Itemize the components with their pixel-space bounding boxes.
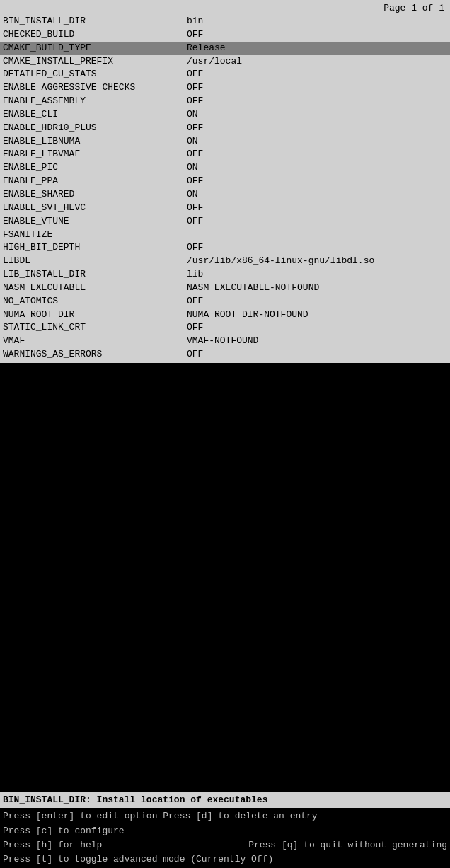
cmake-value: OFF xyxy=(187,215,447,228)
cmake-key: ENABLE_PPA xyxy=(3,175,187,188)
cmake-key: ENABLE_AGGRESSIVE_CHECKS xyxy=(3,81,187,95)
cmake-value: OFF xyxy=(187,122,447,135)
table-row[interactable]: BIN_INSTALL_DIRbin xyxy=(0,15,450,28)
cmake-value: ON xyxy=(187,161,447,175)
table-row[interactable]: ENABLE_HDR10_PLUSOFF xyxy=(0,122,450,135)
table-row[interactable]: NASM_EXECUTABLENASM_EXECUTABLE-NOTFOUND xyxy=(0,282,450,295)
table-row[interactable]: LIBDL/usr/lib/x86_64-linux-gnu/libdl.so xyxy=(0,255,450,268)
table-row[interactable]: CMAKE_INSTALL_PREFIX/usr/local xyxy=(0,55,450,69)
table-row[interactable]: ENABLE_PPAOFF xyxy=(0,175,450,188)
cmake-value: /usr/lib/x86_64-linux-gnu/libdl.so xyxy=(187,255,447,268)
cmake-key: ENABLE_PIC xyxy=(3,161,187,175)
cmake-key: NO_ATOMICS xyxy=(3,295,187,308)
help-text-3-left: Press [h] for help xyxy=(3,838,102,852)
cmake-key: DETAILED_CU_STATS xyxy=(3,68,187,81)
cmake-key: ENABLE_LIBVMAF xyxy=(3,148,187,161)
table-row[interactable]: FSANITIZE xyxy=(0,228,450,242)
table-row[interactable]: ENABLE_VTUNEOFF xyxy=(0,215,450,228)
table-row[interactable]: ENABLE_CLION xyxy=(0,108,450,122)
cmake-value: Release xyxy=(187,42,447,55)
table-row[interactable]: DETAILED_CU_STATSOFF xyxy=(0,68,450,81)
table-row[interactable]: WARNINGS_AS_ERRORSOFF xyxy=(0,348,450,361)
cmake-value: OFF xyxy=(187,28,447,42)
status-description: BIN_INSTALL_DIR: Install location of exe… xyxy=(3,793,447,807)
help-line-3: Press [h] for help Press [q] to quit wit… xyxy=(3,838,447,852)
cmake-key: ENABLE_SVT_HEVC xyxy=(3,202,187,215)
cmake-value: NUMA_ROOT_DIR-NOTFOUND xyxy=(187,308,447,322)
help-line-2: Press [c] to configure xyxy=(3,824,447,838)
help-text-2: Press [c] to configure xyxy=(3,824,125,838)
cmake-value: NASM_EXECUTABLE-NOTFOUND xyxy=(187,282,447,295)
table-row[interactable]: ENABLE_ASSEMBLYOFF xyxy=(0,95,450,108)
table-row[interactable]: HIGH_BIT_DEPTHOFF xyxy=(0,241,450,255)
table-row[interactable]: ENABLE_LIBVMAFOFF xyxy=(0,148,450,161)
cmake-rows: BIN_INSTALL_DIRbinCHECKED_BUILDOFFCMAKE_… xyxy=(0,15,450,361)
help-text-3-right: Press [q] to quit without generating xyxy=(248,838,447,852)
table-row[interactable]: CHECKED_BUILDOFF xyxy=(0,28,450,42)
cmake-key: BIN_INSTALL_DIR xyxy=(3,15,187,28)
cmake-key: ENABLE_VTUNE xyxy=(3,215,187,228)
table-row[interactable]: ENABLE_PICON xyxy=(0,161,450,175)
cmake-key: VMAF xyxy=(3,335,187,348)
table-row[interactable]: STATIC_LINK_CRTOFF xyxy=(0,321,450,335)
cmake-value: ON xyxy=(187,108,447,122)
cmake-key: WARNINGS_AS_ERRORS xyxy=(3,348,187,361)
cmake-table: Page 1 of 1 BIN_INSTALL_DIRbinCHECKED_BU… xyxy=(0,0,450,363)
cmake-key: CMAKE_INSTALL_PREFIX xyxy=(3,55,187,69)
help-text-1: Press [enter] to edit option Press [d] t… xyxy=(3,809,318,823)
table-row[interactable]: CMAKE_BUILD_TYPERelease xyxy=(0,42,450,55)
bottom-help: Press [enter] to edit option Press [d] t… xyxy=(0,808,450,868)
table-row[interactable]: LIB_INSTALL_DIRlib xyxy=(0,268,450,282)
cmake-key: ENABLE_LIBNUMA xyxy=(3,135,187,149)
cmake-value: OFF xyxy=(187,295,447,308)
cmake-value: OFF xyxy=(187,81,447,95)
cmake-value: ON xyxy=(187,135,447,149)
cmake-value: OFF xyxy=(187,348,447,361)
cmake-value: /usr/local xyxy=(187,55,447,69)
table-row[interactable]: ENABLE_SHAREDON xyxy=(0,188,450,202)
cmake-value xyxy=(187,228,447,242)
status-bar: BIN_INSTALL_DIR: Install location of exe… xyxy=(0,792,450,809)
table-row[interactable]: NUMA_ROOT_DIRNUMA_ROOT_DIR-NOTFOUND xyxy=(0,308,450,322)
cmake-key: CMAKE_BUILD_TYPE xyxy=(3,42,187,55)
cmake-value: VMAF-NOTFOUND xyxy=(187,335,447,348)
table-row[interactable]: VMAFVMAF-NOTFOUND xyxy=(0,335,450,348)
table-row[interactable]: NO_ATOMICSOFF xyxy=(0,295,450,308)
table-row[interactable]: ENABLE_SVT_HEVCOFF xyxy=(0,202,450,215)
main-container: Page 1 of 1 BIN_INSTALL_DIRbinCHECKED_BU… xyxy=(0,0,450,868)
cmake-value: OFF xyxy=(187,321,447,335)
cmake-value: bin xyxy=(187,15,447,28)
cmake-key: HIGH_BIT_DEPTH xyxy=(3,241,187,255)
cmake-key: LIB_INSTALL_DIR xyxy=(3,268,187,282)
cmake-key: NASM_EXECUTABLE xyxy=(3,282,187,295)
cmake-value: OFF xyxy=(187,241,447,255)
cmake-value: OFF xyxy=(187,95,447,108)
cmake-key: STATIC_LINK_CRT xyxy=(3,321,187,335)
cmake-key: CHECKED_BUILD xyxy=(3,28,187,42)
cmake-value: OFF xyxy=(187,175,447,188)
table-row[interactable]: ENABLE_LIBNUMAON xyxy=(0,135,450,149)
cmake-key: NUMA_ROOT_DIR xyxy=(3,308,187,322)
help-line-1: Press [enter] to edit option Press [d] t… xyxy=(3,809,447,823)
cmake-value: OFF xyxy=(187,148,447,161)
help-text-4: Press [t] to toggle advanced mode (Curre… xyxy=(3,852,273,867)
page-header: Page 1 of 1 xyxy=(0,1,450,15)
cmake-key: ENABLE_SHARED xyxy=(3,188,187,202)
cmake-key: ENABLE_ASSEMBLY xyxy=(3,95,187,108)
cmake-value: OFF xyxy=(187,68,447,81)
table-row[interactable]: ENABLE_AGGRESSIVE_CHECKSOFF xyxy=(0,81,450,95)
cmake-value: ON xyxy=(187,188,447,202)
help-line-4: Press [t] to toggle advanced mode (Curre… xyxy=(3,852,447,867)
cmake-key: FSANITIZE xyxy=(3,228,187,242)
black-area xyxy=(0,363,450,792)
cmake-key: ENABLE_CLI xyxy=(3,108,187,122)
cmake-key: ENABLE_HDR10_PLUS xyxy=(3,122,187,135)
cmake-key: LIBDL xyxy=(3,255,187,268)
cmake-value: lib xyxy=(187,268,447,282)
cmake-value: OFF xyxy=(187,202,447,215)
